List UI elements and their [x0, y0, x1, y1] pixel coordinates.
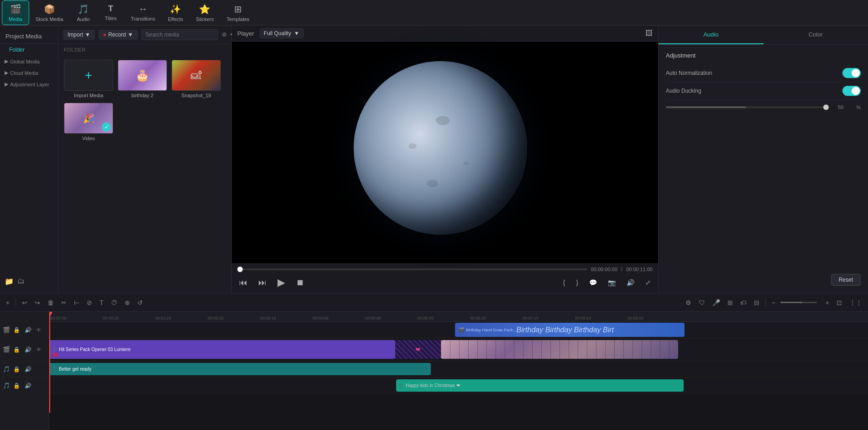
expand-button[interactable]: ⤢: [643, 277, 653, 288]
reset-button[interactable]: Reset: [831, 274, 861, 286]
grid-toggle-button[interactable]: ⋮⋮: [847, 298, 864, 308]
birthday-text: Birthday Birthday Birthday Birt: [517, 326, 614, 334]
stop-button[interactable]: ⏹: [294, 276, 306, 289]
grid-button[interactable]: ⊞: [725, 298, 735, 308]
crop-button[interactable]: ⊕: [122, 298, 132, 308]
quality-select[interactable]: Full Quality ▼: [260, 28, 303, 38]
track2-lock-button[interactable]: 🔒: [12, 346, 21, 353]
tab-audio[interactable]: Audio: [659, 26, 763, 44]
zoom-out-button[interactable]: −: [769, 298, 778, 308]
nav-item-titles[interactable]: T Titles: [97, 1, 125, 24]
redo-button[interactable]: ↪: [32, 298, 42, 308]
media-item-snapshot19[interactable]: 🛋 Snapshot_19: [172, 60, 221, 98]
bracket-out-button[interactable]: }: [574, 277, 580, 288]
nav-item-transitions[interactable]: ↔ Transitions: [125, 1, 162, 24]
layout-button[interactable]: ⊟: [752, 298, 762, 308]
skip-back-button[interactable]: ⏮: [237, 276, 249, 289]
sidebar-item-folder[interactable]: Folder: [3, 44, 55, 55]
rotate-button[interactable]: ↺: [135, 298, 145, 308]
sidebar-cloud-media-header[interactable]: ▶ Cloud Media: [0, 67, 58, 79]
split-button[interactable]: ⊢: [72, 298, 82, 308]
track-label-video: 🎬 🔒 🔊 👁: [0, 338, 49, 361]
volume-button[interactable]: 🔊: [625, 277, 636, 288]
auto-normalization-toggle[interactable]: [842, 68, 861, 78]
nav-item-media[interactable]: 🎬 Media: [2, 0, 29, 25]
track-label-audio2: 🎵 🔒 🔊: [0, 378, 49, 394]
track2-video-icon: 🎬: [3, 346, 10, 353]
cloud-media-label: Cloud Media: [10, 70, 38, 76]
chevron-right-icon-3: ▶: [5, 81, 8, 87]
track1-volume-button[interactable]: 🔊: [23, 326, 33, 334]
audio-ducking-slider[interactable]: [666, 106, 826, 108]
tab-color[interactable]: Color: [763, 26, 868, 44]
ruler-mark-11: 00:09:05: [627, 316, 679, 320]
audio-ducking-toggle[interactable]: [842, 86, 861, 96]
ruler-mark-6: 00:05:00: [364, 316, 417, 320]
sidebar-new-folder-icon[interactable]: 🗂: [17, 277, 25, 286]
tag-button[interactable]: 🏷: [738, 298, 749, 308]
delete-button[interactable]: 🗑: [45, 298, 56, 308]
undo-button[interactable]: ↩: [20, 298, 30, 308]
sidebar-adjustment-layer-header[interactable]: ▶ Adjustment Layer: [0, 79, 58, 90]
track3-volume-button[interactable]: 🔊: [23, 366, 33, 373]
media-item-video[interactable]: 🎉 ✓ Video: [64, 103, 113, 141]
track4-lock-button[interactable]: 🔒: [12, 382, 21, 389]
shield-button[interactable]: 🛡: [696, 298, 707, 308]
nav-label-titles: Titles: [105, 16, 117, 21]
track1-lock-button[interactable]: 🔒: [12, 326, 21, 334]
track4-volume-button[interactable]: 🔊: [23, 382, 33, 389]
step-back-button[interactable]: ⏭: [256, 276, 268, 289]
ruler-marks: 00:00:00 00:00:25 00:01:20 00:02:15 00:0…: [49, 312, 679, 321]
sidebar-global-media-header[interactable]: ▶ Global Media: [0, 56, 58, 67]
zoom-track[interactable]: [780, 302, 817, 303]
record-button[interactable]: ● Record ▼: [99, 30, 138, 40]
search-input[interactable]: [141, 29, 218, 40]
selected-check-badge: ✓: [102, 122, 111, 131]
track2-volume-button[interactable]: 🔊: [23, 346, 33, 353]
birthday-banner-clip[interactable]: 🎬 Birthday Hand Draw Pack... Birthday Bi…: [455, 323, 685, 337]
audio1-label: Better get ready: [59, 367, 91, 372]
stickers-icon: ⭐: [199, 4, 210, 15]
timeline-ruler: 00:00:00 00:00:25 00:01:20 00:02:15 00:0…: [49, 312, 868, 322]
media-item-birthday2[interactable]: 🎂 birthday 2: [118, 60, 167, 98]
disable-button[interactable]: ⊘: [84, 298, 94, 308]
track1-eye-button[interactable]: 👁: [35, 326, 43, 334]
nav-item-stickers[interactable]: ⭐ Stickers: [189, 1, 220, 25]
controls-row: ⏮ ⏭ ▶ ⏹ { } 💬 📷 🔊 ⤢: [237, 275, 653, 290]
main-video-clip[interactable]: 🎵 Hit Series Pack Opener 03 Lumiere: [49, 340, 395, 359]
text-button[interactable]: T: [97, 298, 106, 308]
filter-icon[interactable]: ⚙: [222, 31, 227, 38]
timer-button[interactable]: ⏱: [109, 298, 120, 308]
caption-button[interactable]: 💬: [587, 277, 599, 288]
nav-item-templates[interactable]: ⊞ Templates: [220, 1, 256, 25]
bracket-in-button[interactable]: {: [561, 277, 567, 288]
track-label-audio1: 🎵 🔒 🔊: [0, 361, 49, 378]
import-button[interactable]: Import ▼: [63, 30, 95, 40]
add-track-button[interactable]: +: [4, 298, 12, 308]
auto-normalization-label: Auto Normalization: [666, 70, 712, 76]
track3-lock-button[interactable]: 🔒: [12, 366, 21, 373]
ruler-mark-8: 00:06:20: [469, 316, 522, 320]
fit-button[interactable]: ⊡: [834, 298, 844, 308]
nav-item-audio[interactable]: 🎵 Audio: [70, 1, 97, 25]
chevron-right-icon-2: ▶: [5, 70, 8, 76]
settings-button[interactable]: ⚙: [683, 298, 694, 308]
cut-button[interactable]: ✂: [59, 298, 69, 308]
progress-track[interactable]: [237, 268, 587, 270]
birthday-clip-icon: 🎬: [459, 327, 464, 332]
mic-button[interactable]: 🎤: [710, 298, 722, 308]
zoom-in-button[interactable]: +: [823, 298, 831, 308]
audio1-clip[interactable]: 🎵 Better get ready: [49, 363, 431, 375]
sidebar-folder-icon[interactable]: 📁: [5, 277, 14, 286]
nav-item-effects[interactable]: ✨ Effects: [162, 1, 189, 25]
audio-ducking-toggle-thumb: [852, 87, 860, 95]
track1-video-icon: 🎬: [3, 326, 10, 333]
media-item-import[interactable]: + Import Media: [64, 60, 113, 98]
image-icon[interactable]: 🖼: [645, 29, 653, 37]
track2-eye-button[interactable]: 👁: [35, 346, 43, 353]
audio2-clip[interactable]: 🎵 Happy kids in Christmas ❤: [396, 379, 684, 392]
camera-button[interactable]: 📷: [606, 277, 617, 288]
adjustment-layer-label: Adjustment Layer: [10, 82, 49, 87]
nav-item-stock-media[interactable]: 📦 Stock Media: [29, 1, 70, 25]
play-button[interactable]: ▶: [276, 275, 287, 290]
